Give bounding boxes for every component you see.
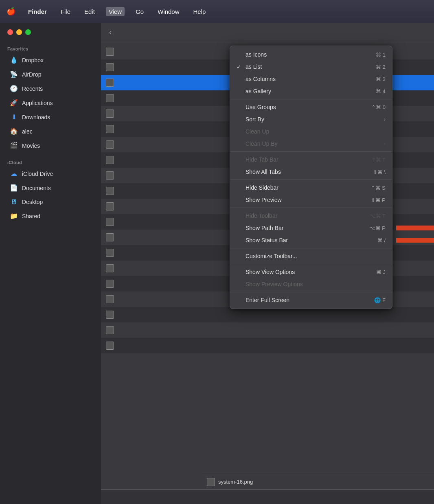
traffic-lights [0,29,101,43]
finder-menu[interactable]: Finder [25,7,50,16]
file-icon [106,156,114,164]
menu-item-show-preview[interactable]: Show Preview ⇧⌘ P [230,194,392,206]
back-button[interactable]: ‹ [106,26,115,38]
red-arrow-status-bar [396,234,434,246]
file-icon [106,140,114,149]
file-icon [106,249,114,257]
shortcut-label: ⌥⌘ P [369,225,386,231]
applications-icon: 🚀 [10,99,18,107]
file-row[interactable] [101,338,434,353]
help-menu[interactable]: Help [191,7,209,16]
sidebar-item-movies[interactable]: 🎬 Movies [2,139,99,152]
shortcut-label: ⌘ 1 [376,52,386,58]
file-row[interactable] [101,307,434,322]
go-menu[interactable]: Go [133,7,147,16]
menu-separator [230,264,392,264]
menubar: 🍎 Finder File Edit View Go Window Help [0,0,434,23]
menu-item-label: Show View Options [245,269,295,275]
menu-item-enter-full-screen[interactable]: Enter Full Screen 🌐 F [230,294,392,306]
menu-item-label: Enter Full Screen [245,297,289,303]
bottom-file-name: system-16.png [218,479,253,485]
sidebar-item-alec[interactable]: 🏠 alec [2,125,99,138]
menu-separator [230,248,392,248]
file-icon [106,171,114,180]
sidebar-item-label: Desktop [22,199,43,205]
menu-item-sort-by[interactable]: Sort By › [230,113,392,125]
menu-item-hide-tab-bar: Hide Tab Bar ⇧⌘ T [230,153,392,166]
file-icon [106,48,114,56]
menu-item-show-all-tabs[interactable]: Show All Tabs ⇧⌘ \ [230,166,392,178]
menu-item-label: Sort By [245,116,264,123]
apple-menu[interactable]: 🍎 [7,7,15,16]
menu-item-label: as Icons [245,51,267,58]
fullscreen-button[interactable] [25,29,31,35]
file-icon [106,187,114,195]
menu-item-customize-toolbar[interactable]: Customize Toolbar... [230,250,392,262]
sidebar-item-desktop[interactable]: 🖥 Desktop [2,195,99,208]
submenu-arrow-icon: › [384,117,386,122]
sidebar-item-label: iCloud Drive [22,171,53,177]
sidebar-item-downloads[interactable]: ⬇ Downloads [2,110,99,124]
file-menu[interactable]: File [58,7,73,16]
view-menu[interactable]: View [106,7,125,16]
edit-menu[interactable]: Edit [81,7,98,16]
menu-item-use-groups[interactable]: Use Groups ⌃⌘ 0 [230,101,392,113]
menu-item-hide-sidebar[interactable]: Hide Sidebar ⌃⌘ S [230,182,392,194]
menu-item-as-columns[interactable]: as Columns ⌘ 3 [230,73,392,85]
menu-item-label: Show Status Bar [245,237,288,243]
menu-item-hide-toolbar: Hide Toolbar ⌥⌘ T [230,210,392,222]
documents-icon: 📄 [10,184,18,192]
shortcut-label: ⌘ 4 [376,88,386,94]
shared-icon: 📁 [10,212,18,220]
file-icon [106,63,114,71]
menu-item-label: Show Preview Options [245,281,303,287]
menu-separator [230,99,392,99]
close-button[interactable] [7,29,13,35]
finder-window: Favorites 💧 Dropbox 📡 AirDrop 🕐 Recents … [0,23,434,504]
menu-item-show-status-bar[interactable]: Show Status Bar ⌘ / [230,234,392,246]
file-icon [106,94,114,102]
status-bar [101,489,434,504]
sidebar-item-label: Downloads [22,114,50,121]
favorites-label: Favorites [0,43,101,53]
sidebar-item-applications[interactable]: 🚀 Applications [2,96,99,110]
menu-item-as-icons[interactable]: as Icons ⌘ 1 [230,48,392,61]
file-icon [106,79,114,87]
file-icon [106,202,114,210]
menu-item-label: Customize Toolbar... [245,253,297,259]
sidebar-item-label: Movies [22,142,40,149]
sidebar-item-label: AirDrop [22,71,41,78]
shortcut-label: ⌃⌘ 0 [371,104,386,110]
sidebar-item-recents[interactable]: 🕐 Recents [2,82,99,95]
menu-item-show-path-bar[interactable]: Show Path Bar ⌥⌘ P [230,222,392,234]
shortcut-label: ⌘ 2 [376,64,386,70]
sidebar-item-airdrop[interactable]: 📡 AirDrop [2,68,99,81]
sidebar-item-dropbox[interactable]: 💧 Dropbox [2,53,99,67]
menu-item-label: Hide Toolbar [245,213,277,219]
sidebar-item-shared[interactable]: 📁 Shared [2,209,99,223]
shortcut-label: ⇧⌘ \ [373,169,386,175]
bottom-file-row[interactable]: system-16.png [202,474,434,489]
icloud-label: iCloud [0,157,101,167]
sidebar-item-icloud-drive[interactable]: ☁ iCloud Drive [2,167,99,180]
file-icon [106,233,114,241]
shortcut-label: ⇧⌘ P [371,197,386,203]
window-menu[interactable]: Window [155,7,182,16]
checkmark-icon: ✓ [237,64,243,70]
movies-icon: 🎬 [10,142,18,149]
menu-separator [230,151,392,152]
sidebar-item-documents[interactable]: 📄 Documents [2,181,99,195]
file-icon [106,280,114,288]
sidebar-item-label: alec [22,128,33,135]
menu-item-as-list[interactable]: ✓ as List ⌘ 2 [230,61,392,73]
menu-item-label: as List [245,64,262,70]
menu-separator [230,180,392,180]
menu-item-show-view-options[interactable]: Show View Options ⌘ J [230,266,392,278]
file-icon [106,110,114,118]
minimize-button[interactable] [16,29,22,35]
shortcut-label: ⌘ / [377,237,386,243]
menu-item-as-gallery[interactable]: as Gallery ⌘ 4 [230,85,392,97]
file-row[interactable] [101,322,434,338]
file-icon [106,264,114,272]
airdrop-icon: 📡 [10,70,18,78]
